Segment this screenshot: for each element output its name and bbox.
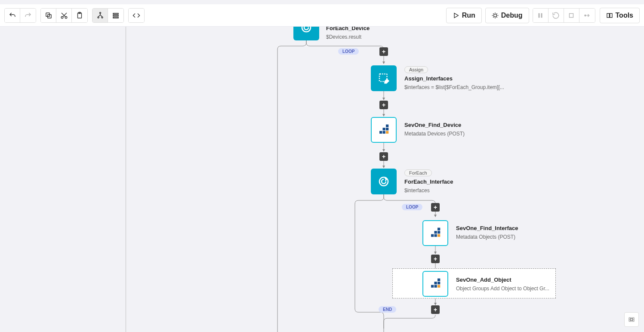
svg-rect-48 (629, 317, 634, 321)
copy-button[interactable] (41, 9, 56, 22)
svg-rect-10 (113, 15, 118, 16)
run-button[interactable]: Run (446, 8, 482, 23)
add-node-button[interactable]: + (379, 101, 388, 109)
list-view-button[interactable] (108, 9, 123, 22)
end-pill: END (379, 306, 396, 313)
svg-rect-32 (383, 128, 385, 130)
foreach-interface-node[interactable] (371, 169, 397, 194)
svg-rect-39 (434, 231, 437, 234)
debug-button[interactable]: Debug (485, 8, 529, 23)
minimap-button[interactable] (624, 312, 639, 327)
add-node-button[interactable]: + (431, 203, 440, 212)
svg-rect-47 (438, 279, 440, 281)
undo-button[interactable] (5, 9, 20, 22)
redo-button[interactable] (20, 9, 36, 22)
toolbar: Run Debug Tools (0, 4, 644, 27)
run-label: Run (462, 12, 475, 19)
svg-rect-18 (607, 13, 609, 17)
svg-rect-37 (434, 234, 437, 237)
foreach-iface-chip: ForEach (404, 169, 432, 176)
svg-rect-45 (434, 282, 437, 284)
loop-pill-1: LOOP (338, 48, 359, 55)
paste-button[interactable] (72, 9, 87, 22)
cut-button[interactable] (56, 9, 72, 22)
svg-rect-43 (434, 285, 437, 288)
svg-point-17 (585, 15, 586, 16)
svg-rect-38 (438, 234, 440, 237)
add-object-node[interactable] (422, 271, 448, 297)
svg-rect-40 (438, 231, 440, 234)
svg-point-35 (379, 177, 388, 186)
svg-rect-42 (431, 285, 434, 288)
code-view-button[interactable] (129, 9, 144, 22)
svg-rect-16 (570, 13, 573, 17)
svg-rect-19 (610, 13, 612, 17)
find-device-sub: Metadata Devices (POST) (404, 130, 465, 138)
find-device-node[interactable] (371, 117, 397, 143)
pause-button (533, 9, 548, 22)
debug-label: Debug (501, 12, 523, 19)
svg-rect-31 (386, 131, 388, 134)
find-iface-sub: Metadata Objects (POST) (456, 234, 518, 241)
svg-rect-11 (113, 17, 118, 18)
svg-rect-49 (630, 319, 633, 320)
find-device-title: SevOne_Find_Device (404, 121, 465, 129)
foreach-device-title: ForEach_Device (326, 27, 370, 32)
add-node-button[interactable]: + (379, 47, 388, 56)
add-node-button[interactable]: + (379, 152, 388, 161)
svg-rect-44 (438, 285, 440, 288)
restart-button (548, 9, 564, 22)
svg-rect-14 (539, 13, 540, 18)
assign-node[interactable] (371, 65, 397, 91)
svg-rect-15 (541, 13, 542, 18)
foreach-iface-title: ForEach_Interface (404, 178, 453, 186)
add-object-sub: Object Groups Add Object to Object Gr... (456, 285, 549, 292)
svg-rect-36 (431, 234, 434, 237)
svg-rect-46 (438, 282, 440, 284)
svg-point-13 (493, 14, 496, 17)
find-iface-title: SevOne_Find_Interface (456, 224, 518, 232)
foreach-device-sub: $Devices.result (326, 34, 370, 41)
tools-label: Tools (616, 12, 633, 19)
find-interface-node[interactable] (422, 220, 448, 246)
svg-point-7 (98, 17, 99, 18)
add-object-title: SevOne_Add_Object (456, 276, 549, 284)
add-node-button[interactable]: + (431, 305, 440, 314)
svg-rect-9 (113, 13, 118, 14)
step-button (579, 9, 595, 22)
svg-rect-41 (438, 228, 440, 231)
svg-rect-29 (379, 131, 382, 134)
svg-rect-30 (383, 131, 385, 134)
stop-button (564, 9, 579, 22)
svg-rect-33 (386, 128, 388, 130)
svg-marker-12 (454, 13, 458, 18)
svg-rect-34 (386, 125, 388, 127)
side-divider (126, 27, 126, 332)
loop-pill-2: LOOP (402, 204, 422, 210)
foreach-device-node[interactable] (293, 27, 319, 40)
assign-chip: Assign (404, 66, 428, 73)
tools-button[interactable]: Tools (600, 8, 640, 23)
assign-sub: $interfaces = $list[$ForEach_Group.item]… (404, 84, 504, 91)
tree-view-button[interactable] (92, 9, 108, 22)
flow-canvas[interactable]: ForEach_Device $Devices.result LOOP + As… (0, 27, 644, 332)
assign-title: Assign_Interfaces (404, 75, 504, 83)
foreach-iface-sub: $interfaces (404, 187, 453, 194)
svg-point-8 (102, 17, 103, 18)
svg-point-6 (99, 12, 101, 13)
add-node-button[interactable]: + (431, 255, 440, 263)
